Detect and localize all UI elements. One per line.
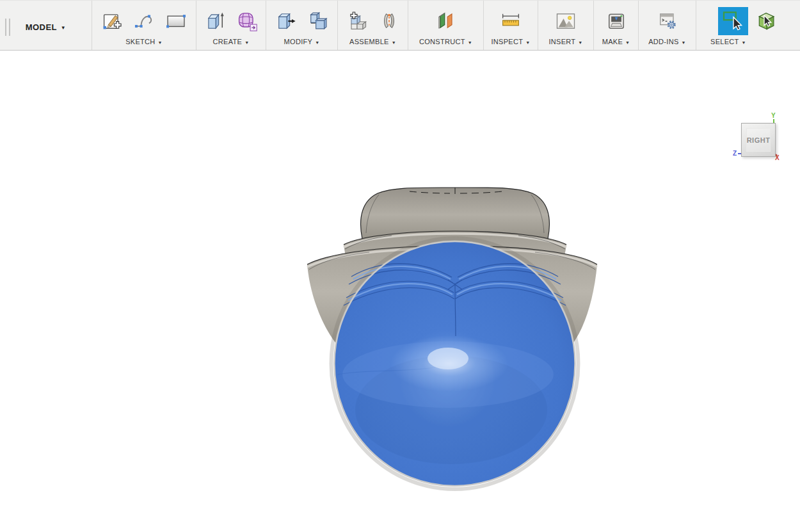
group-label-construct[interactable]: CONSTRUCT▼ xyxy=(419,38,472,50)
group-label-insert[interactable]: INSERT▼ xyxy=(548,38,582,50)
toolbar-group-assemble: ASSEMBLE▼ xyxy=(337,1,408,50)
group-label-create[interactable]: CREATE▼ xyxy=(213,38,250,50)
toolbar-group-modify: MODIFY▼ xyxy=(266,1,337,50)
axis-label-z: Z xyxy=(733,150,737,157)
toolbar-group-sketch: SKETCH▼ xyxy=(92,1,196,50)
scripts-and-add-ins-icon[interactable] xyxy=(655,7,680,35)
toolbar-group-insert: INSERT▼ xyxy=(538,1,593,50)
press-pull-icon[interactable] xyxy=(274,7,298,35)
toolbar-group-select: SELECT▼ xyxy=(696,1,800,50)
chevron-down-icon: ▼ xyxy=(625,40,630,45)
toolbar-group-create: CREATE▼ xyxy=(196,1,266,50)
chevron-down-icon: ▼ xyxy=(578,40,582,45)
toolbar-group-construct: CONSTRUCT▼ xyxy=(408,1,483,50)
3d-print-icon[interactable] xyxy=(604,7,628,35)
viewcube[interactable]: Y Z X RIGHT xyxy=(733,112,792,167)
workspace-switcher[interactable]: MODEL ▼ xyxy=(0,1,92,50)
chevron-down-icon: ▼ xyxy=(61,25,66,31)
chevron-down-icon: ▼ xyxy=(315,40,319,45)
chevron-down-icon: ▼ xyxy=(392,40,396,45)
create-form-icon[interactable] xyxy=(235,7,259,35)
axis-label-y: Y xyxy=(771,112,776,119)
group-label-add-ins[interactable]: ADD-INS▼ xyxy=(648,38,686,50)
spline-icon[interactable] xyxy=(132,7,156,35)
3d-model xyxy=(282,173,614,499)
toolbar-grip-handle[interactable] xyxy=(5,19,10,36)
chevron-down-icon: ▼ xyxy=(682,40,686,45)
measure-icon[interactable] xyxy=(499,7,523,35)
toolbar-group-make: MAKE▼ xyxy=(593,1,638,50)
select-cube-icon[interactable] xyxy=(754,7,778,35)
group-label-select[interactable]: SELECT▼ xyxy=(710,38,746,50)
viewcube-face-label: RIGHT xyxy=(747,136,771,144)
toolbar: MODEL ▼ xyxy=(0,0,800,51)
model-viewport[interactable]: Y Z X RIGHT xyxy=(0,51,800,532)
selected-face[interactable] xyxy=(335,241,575,486)
viewcube-right-face[interactable]: RIGHT xyxy=(741,123,776,157)
insert-image-icon[interactable] xyxy=(554,7,578,35)
group-label-inspect[interactable]: INSPECT▼ xyxy=(491,38,530,50)
create-sketch-icon[interactable] xyxy=(100,7,124,35)
workspace-label: MODEL xyxy=(26,22,57,32)
group-label-modify[interactable]: MODIFY▼ xyxy=(284,38,320,50)
chevron-down-icon: ▼ xyxy=(525,40,530,45)
window-select-icon[interactable] xyxy=(718,7,748,35)
toolbar-group-add-ins: ADD-INS▼ xyxy=(638,1,696,50)
joint-icon[interactable] xyxy=(377,7,401,35)
chevron-down-icon: ▼ xyxy=(742,40,746,45)
group-label-sketch[interactable]: SKETCH▼ xyxy=(125,38,163,50)
extrude-icon[interactable] xyxy=(203,7,227,35)
toolbar-group-inspect: INSPECT▼ xyxy=(483,1,538,50)
combine-icon[interactable] xyxy=(306,7,330,35)
group-label-assemble[interactable]: ASSEMBLE▼ xyxy=(349,38,396,50)
chevron-down-icon: ▼ xyxy=(244,40,249,45)
new-component-icon[interactable] xyxy=(345,7,369,35)
chevron-down-icon: ▼ xyxy=(468,40,472,45)
chevron-down-icon: ▼ xyxy=(158,40,163,45)
construction-plane-icon[interactable] xyxy=(434,7,458,35)
group-label-make[interactable]: MAKE▼ xyxy=(602,38,630,50)
two-point-rectangle-icon[interactable] xyxy=(164,7,188,35)
